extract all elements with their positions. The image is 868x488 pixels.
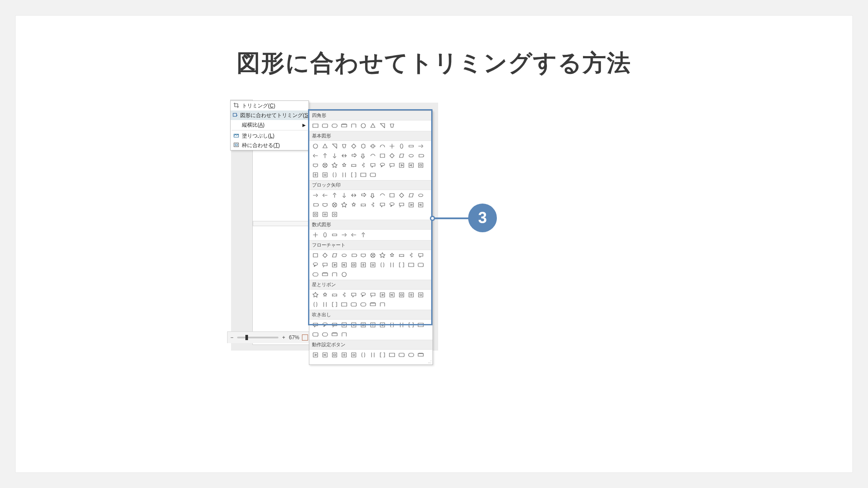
- shape-option[interactable]: [369, 300, 377, 309]
- shape-option[interactable]: [330, 151, 339, 160]
- shape-option[interactable]: [359, 351, 368, 359]
- shape-option[interactable]: [349, 291, 358, 299]
- shape-option[interactable]: [359, 161, 368, 170]
- shape-option[interactable]: [340, 142, 349, 150]
- shape-option[interactable]: [359, 201, 368, 209]
- crop-context-menu[interactable]: トリミング(C)図形に合わせてトリミング(S)▶縦横比(A)▶塗りつぶし(L)枠…: [230, 100, 309, 150]
- shape-option[interactable]: [388, 201, 396, 209]
- shape-option[interactable]: [340, 251, 349, 260]
- shape-option[interactable]: [416, 321, 425, 329]
- shape-option[interactable]: [349, 161, 358, 170]
- shape-option[interactable]: [311, 251, 320, 260]
- shape-option[interactable]: [321, 351, 329, 359]
- shape-option[interactable]: [397, 251, 406, 260]
- shape-option[interactable]: [330, 142, 339, 150]
- shape-option[interactable]: [369, 191, 377, 200]
- shape-option[interactable]: [397, 261, 406, 269]
- shape-option[interactable]: [311, 291, 320, 299]
- menu-item-0[interactable]: トリミング(C): [231, 101, 308, 110]
- shape-option[interactable]: [321, 170, 329, 179]
- resize-grip-icon[interactable]: ..:: [309, 360, 432, 364]
- shape-option[interactable]: [340, 321, 349, 329]
- zoom-out-button[interactable]: −: [229, 334, 235, 341]
- shape-option[interactable]: [311, 351, 320, 359]
- shape-option[interactable]: [349, 201, 358, 209]
- shape-option[interactable]: [349, 321, 358, 329]
- shape-option[interactable]: [416, 151, 425, 160]
- shape-option[interactable]: [340, 170, 349, 179]
- shape-option[interactable]: [397, 191, 406, 200]
- shape-option[interactable]: [369, 261, 377, 269]
- shape-option[interactable]: [311, 142, 320, 150]
- shape-option[interactable]: [388, 251, 396, 260]
- shape-option[interactable]: [378, 201, 387, 209]
- shape-option[interactable]: [349, 300, 358, 309]
- shape-option[interactable]: [330, 330, 339, 339]
- shape-option[interactable]: [407, 142, 416, 150]
- shape-option[interactable]: [321, 231, 329, 239]
- shape-option[interactable]: [388, 291, 396, 299]
- fit-to-window-button[interactable]: [302, 334, 308, 341]
- shape-option[interactable]: [359, 291, 368, 299]
- shape-option[interactable]: [407, 351, 416, 359]
- shape-option[interactable]: [378, 261, 387, 269]
- shape-option[interactable]: [416, 261, 425, 269]
- shape-option[interactable]: [321, 251, 329, 260]
- shape-option[interactable]: [378, 321, 387, 329]
- shape-option[interactable]: [416, 251, 425, 260]
- shape-option[interactable]: [340, 201, 349, 209]
- shape-option[interactable]: [359, 142, 368, 150]
- shape-option[interactable]: [416, 201, 425, 209]
- shape-option[interactable]: [311, 121, 320, 130]
- shape-option[interactable]: [311, 261, 320, 269]
- shape-option[interactable]: [359, 261, 368, 269]
- shape-option[interactable]: [321, 261, 329, 269]
- shape-option[interactable]: [378, 251, 387, 260]
- shape-option[interactable]: [321, 300, 329, 309]
- shape-option[interactable]: [369, 142, 377, 150]
- shape-option[interactable]: [311, 170, 320, 179]
- shape-option[interactable]: [330, 161, 339, 170]
- menu-item-5[interactable]: 枠に合わせる(T): [231, 140, 308, 150]
- shape-option[interactable]: [388, 191, 396, 200]
- shape-option[interactable]: [321, 201, 329, 209]
- shape-option[interactable]: [369, 321, 377, 329]
- shape-option[interactable]: [340, 270, 349, 279]
- shape-option[interactable]: [330, 210, 339, 219]
- shape-option[interactable]: [321, 291, 329, 299]
- shape-option[interactable]: [407, 151, 416, 160]
- shape-option[interactable]: [369, 291, 377, 299]
- shape-option[interactable]: [378, 351, 387, 359]
- shape-option[interactable]: [311, 270, 320, 279]
- shape-option[interactable]: [416, 191, 425, 200]
- shape-option[interactable]: [349, 121, 358, 130]
- shape-option[interactable]: [330, 300, 339, 309]
- shape-option[interactable]: [397, 201, 406, 209]
- shape-option[interactable]: [311, 321, 320, 329]
- shape-option[interactable]: [330, 251, 339, 260]
- shape-option[interactable]: [369, 351, 377, 359]
- shape-option[interactable]: [359, 321, 368, 329]
- shape-option[interactable]: [359, 191, 368, 200]
- shape-option[interactable]: [349, 170, 358, 179]
- shape-option[interactable]: [330, 170, 339, 179]
- shape-option[interactable]: [378, 191, 387, 200]
- shape-option[interactable]: [311, 151, 320, 160]
- menu-item-1[interactable]: 図形に合わせてトリミング(S)▶: [231, 110, 308, 120]
- shape-option[interactable]: [330, 291, 339, 299]
- shape-option[interactable]: [340, 191, 349, 200]
- shape-option[interactable]: [330, 231, 339, 239]
- shape-option[interactable]: [311, 330, 320, 339]
- menu-item-4[interactable]: 塗りつぶし(L): [231, 131, 308, 140]
- shape-option[interactable]: [378, 151, 387, 160]
- shape-option[interactable]: [330, 261, 339, 269]
- shape-option[interactable]: [416, 351, 425, 359]
- shape-option[interactable]: [369, 170, 377, 179]
- shape-option[interactable]: [349, 191, 358, 200]
- shape-option[interactable]: [416, 161, 425, 170]
- shape-option[interactable]: [340, 351, 349, 359]
- shape-option[interactable]: [378, 161, 387, 170]
- shape-option[interactable]: [330, 191, 339, 200]
- shape-option[interactable]: [369, 151, 377, 160]
- shape-option[interactable]: [340, 300, 349, 309]
